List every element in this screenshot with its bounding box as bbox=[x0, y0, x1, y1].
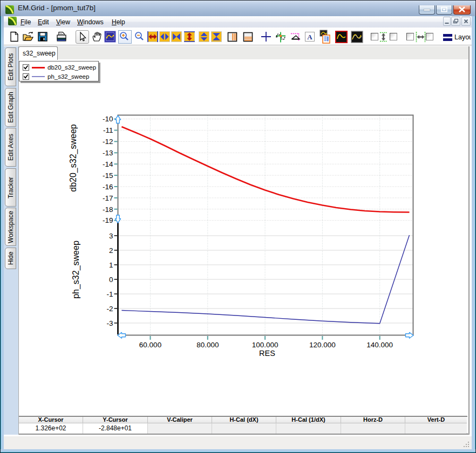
svg-text:120.000: 120.000 bbox=[309, 341, 336, 349]
svg-text:-19: -19 bbox=[103, 216, 113, 224]
svg-text:-13: -13 bbox=[103, 149, 113, 157]
svg-text:100.000: 100.000 bbox=[252, 341, 278, 349]
svg-text:-11: -11 bbox=[103, 126, 113, 134]
svg-text:80.000: 80.000 bbox=[196, 341, 219, 349]
svg-text:140.000: 140.000 bbox=[366, 341, 393, 349]
svg-text:ph_s32_sweep: ph_s32_sweep bbox=[71, 241, 81, 299]
svg-text:-1: -1 bbox=[106, 290, 113, 298]
svg-text:-18: -18 bbox=[103, 205, 113, 214]
svg-text:-3: -3 bbox=[106, 319, 113, 327]
svg-text:db20_s32_sweep: db20_s32_sweep bbox=[69, 124, 78, 192]
svg-text:-2: -2 bbox=[106, 305, 113, 313]
svg-text:3: 3 bbox=[109, 232, 113, 240]
svg-text:-12: -12 bbox=[103, 138, 113, 146]
svg-text:60.000: 60.000 bbox=[139, 341, 161, 349]
svg-text:-15: -15 bbox=[103, 171, 113, 180]
svg-text:RES: RES bbox=[259, 349, 275, 358]
svg-text:0: 0 bbox=[109, 276, 113, 284]
svg-text:-10: -10 bbox=[103, 115, 113, 123]
svg-text:-16: -16 bbox=[103, 183, 113, 191]
svg-text:-14: -14 bbox=[103, 160, 113, 168]
svg-text:1: 1 bbox=[109, 261, 113, 269]
svg-text:2: 2 bbox=[109, 246, 113, 255]
svg-text:-17: -17 bbox=[103, 194, 113, 202]
